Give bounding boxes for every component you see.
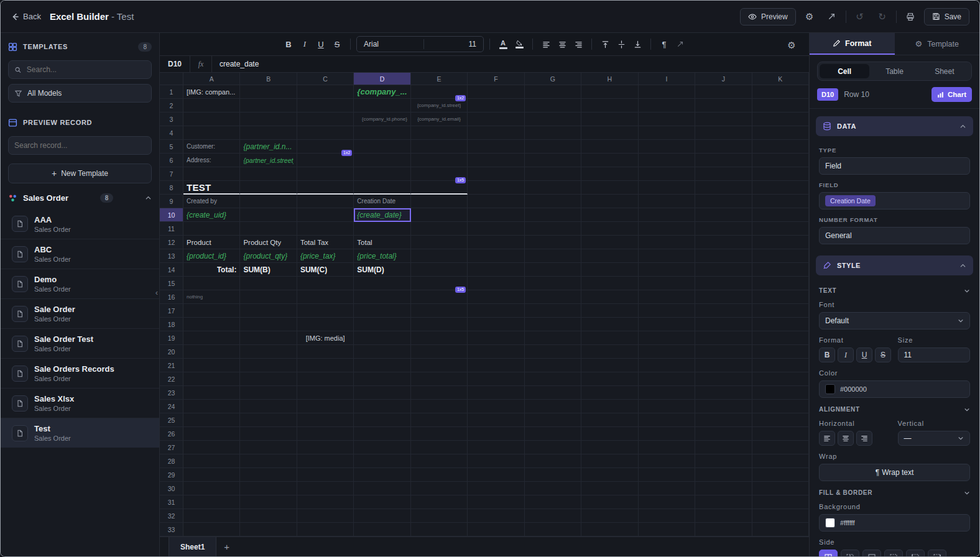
cell-C1[interactable] xyxy=(297,85,354,99)
cell-I24[interactable] xyxy=(639,400,695,413)
cell-H32[interactable] xyxy=(581,509,638,523)
cell-B20[interactable] xyxy=(240,345,297,359)
cell-F19[interactable] xyxy=(468,331,524,345)
cell-E29[interactable] xyxy=(411,468,468,482)
record-search-input[interactable] xyxy=(14,141,146,150)
cell-H18[interactable] xyxy=(581,318,638,331)
cell-D25[interactable] xyxy=(354,413,410,427)
cell-H33[interactable] xyxy=(581,523,638,536)
template-item-sale-order[interactable]: Sale OrderSales Order xyxy=(1,298,159,328)
cell-F31[interactable] xyxy=(468,495,524,509)
cell-F20[interactable] xyxy=(468,345,524,359)
redo-button[interactable]: ↻ xyxy=(874,8,891,25)
cell-C4[interactable] xyxy=(297,126,354,140)
cell-B11[interactable] xyxy=(240,222,297,236)
model-group-sales-order[interactable]: Sales Order 8 xyxy=(1,186,159,209)
row-header-7[interactable]: 7 xyxy=(160,167,183,181)
cell-J6[interactable] xyxy=(695,154,752,167)
cell-I2[interactable] xyxy=(639,99,695,113)
cell-H7[interactable] xyxy=(581,167,638,181)
cell-D5[interactable] xyxy=(354,140,410,154)
align-center-button[interactable] xyxy=(555,37,570,52)
cell-D21[interactable] xyxy=(354,359,410,372)
cell-K9[interactable] xyxy=(752,195,809,208)
formula-input[interactable]: create_date xyxy=(212,60,259,68)
cell-I31[interactable] xyxy=(639,495,695,509)
panel-align-right-button[interactable] xyxy=(856,431,872,446)
type-input-field[interactable] xyxy=(825,162,964,170)
cell-G20[interactable] xyxy=(525,345,581,359)
cell-J10[interactable] xyxy=(695,208,752,222)
cell-J25[interactable] xyxy=(695,413,752,427)
cell-C7[interactable] xyxy=(297,167,354,181)
column-header-B[interactable]: B xyxy=(240,73,297,85)
panel-italic-button[interactable]: I xyxy=(838,348,854,362)
cell-G4[interactable] xyxy=(525,126,581,140)
cell-E25[interactable] xyxy=(411,413,468,427)
cell-B21[interactable] xyxy=(240,359,297,372)
cell-C19[interactable]: [IMG: media] xyxy=(297,331,354,345)
cell-A33[interactable] xyxy=(183,523,240,536)
alignment-subsection-header[interactable]: ALIGNMENT xyxy=(819,406,970,413)
cell-D19[interactable] xyxy=(354,331,410,345)
cell-F1[interactable] xyxy=(468,85,524,99)
cell-A3[interactable] xyxy=(183,113,240,126)
cell-J27[interactable] xyxy=(695,441,752,454)
cell-J18[interactable] xyxy=(695,318,752,331)
cell-A13[interactable]: {product_id} xyxy=(183,249,240,263)
cell-F11[interactable] xyxy=(468,222,524,236)
merge-cells-button[interactable] xyxy=(673,37,688,52)
valign-top-button[interactable] xyxy=(598,37,612,52)
cell-A31[interactable] xyxy=(183,495,240,509)
cell-G1[interactable] xyxy=(525,85,581,99)
bold-button[interactable]: B xyxy=(281,37,296,52)
column-header-F[interactable]: F xyxy=(468,73,524,85)
cell-E16[interactable]: 1x5 xyxy=(411,290,468,304)
cell-I12[interactable] xyxy=(639,236,695,249)
cell-K22[interactable] xyxy=(752,372,809,386)
cell-J28[interactable] xyxy=(695,454,752,468)
row-header-20[interactable]: 20 xyxy=(160,345,183,359)
text-color-input[interactable]: #000000 xyxy=(819,380,970,398)
cell-K20[interactable] xyxy=(752,345,809,359)
field-chip[interactable]: Creation Date xyxy=(825,195,876,206)
cell-D14[interactable]: SUM(D) xyxy=(354,263,410,277)
row-header-8[interactable]: 8 xyxy=(160,181,183,195)
cell-B2[interactable] xyxy=(240,99,297,113)
cell-I32[interactable] xyxy=(639,509,695,523)
number-format-field[interactable] xyxy=(825,231,964,240)
cell-F14[interactable] xyxy=(468,263,524,277)
template-item-demo[interactable]: DemoSales Order xyxy=(1,269,159,298)
cell-D2[interactable] xyxy=(354,99,410,113)
cell-K4[interactable] xyxy=(752,126,809,140)
cell-A10[interactable]: {create_uid} xyxy=(183,208,240,222)
cell-H22[interactable] xyxy=(581,372,638,386)
cell-A12[interactable]: Product xyxy=(183,236,240,249)
cell-K5[interactable] xyxy=(752,140,809,154)
cell-G21[interactable] xyxy=(525,359,581,372)
border-all-button[interactable] xyxy=(819,550,838,556)
cell-J3[interactable] xyxy=(695,113,752,126)
cell-F10[interactable] xyxy=(468,208,524,222)
row-header-10[interactable]: 10 xyxy=(160,208,183,222)
wrap-text-toggle[interactable]: ¶ Wrap text xyxy=(819,464,970,481)
cell-C11[interactable] xyxy=(297,222,354,236)
cell-B31[interactable] xyxy=(240,495,297,509)
valign-bottom-button[interactable] xyxy=(630,37,645,52)
cell-E18[interactable] xyxy=(411,318,468,331)
cell-C20[interactable] xyxy=(297,345,354,359)
column-header-K[interactable]: K xyxy=(752,73,809,85)
cell-J2[interactable] xyxy=(695,99,752,113)
cell-E31[interactable] xyxy=(411,495,468,509)
template-item-aaa[interactable]: AAASales Order xyxy=(1,209,159,239)
cell-D7[interactable] xyxy=(354,167,410,181)
cell-K23[interactable] xyxy=(752,386,809,400)
cell-A27[interactable] xyxy=(183,441,240,454)
cell-C12[interactable]: Total Tax xyxy=(297,236,354,249)
cell-G16[interactable] xyxy=(525,290,581,304)
row-header-33[interactable]: 33 xyxy=(160,523,183,536)
cell-F15[interactable] xyxy=(468,277,524,290)
cell-C6[interactable]: 1x2 xyxy=(297,154,354,167)
row-header-29[interactable]: 29 xyxy=(160,468,183,482)
cell-K13[interactable] xyxy=(752,249,809,263)
